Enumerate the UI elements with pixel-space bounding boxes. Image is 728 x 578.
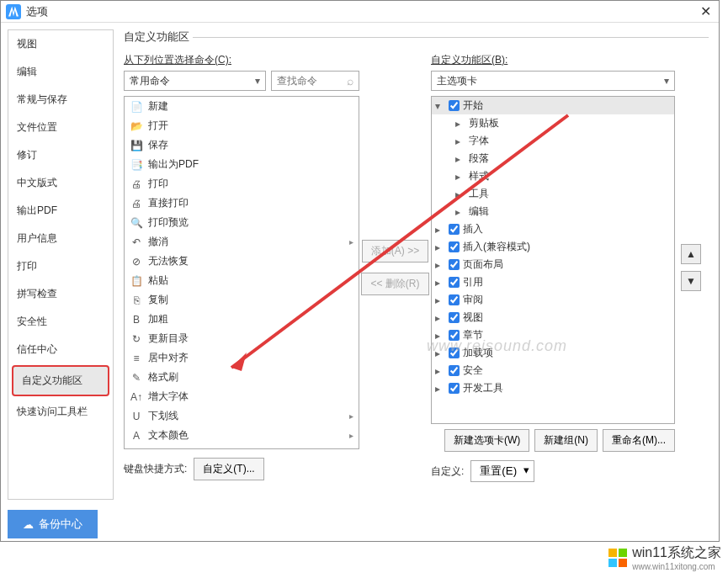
sidebar-item[interactable]: 文件位置 [8,114,113,141]
tree-tab-item[interactable]: ▸视图 [432,309,674,326]
command-item[interactable]: 🖨打印 [125,174,359,194]
expand-icon[interactable]: ▸ [455,206,465,218]
command-item[interactable]: ↶撤消▸ [125,232,359,252]
tree-tab-item[interactable]: ▸页面布局 [432,256,674,273]
tree-child-item[interactable]: ▸样式 [432,167,674,185]
tree-tab-item[interactable]: ▸章节 [432,326,674,344]
tree-tab-item[interactable]: ▸插入(兼容模式) [432,238,674,256]
tree-checkbox[interactable] [449,312,460,323]
tree-tab-item[interactable]: ▸插入 [432,220,674,238]
expand-icon[interactable]: ▸ [455,188,465,200]
expand-icon[interactable]: ▸ [435,365,445,377]
expand-icon[interactable]: ▸ [435,294,445,306]
sidebar-item[interactable]: 编辑 [8,58,113,86]
sidebar-item[interactable]: 安全性 [8,308,113,336]
tree-child-item[interactable]: ▸剪贴板 [432,114,674,132]
sidebar-item[interactable]: 自定义功能区 [12,365,109,396]
search-input[interactable] [277,75,344,87]
new-group-button[interactable]: 新建组(N) [534,429,598,452]
close-icon[interactable]: ✕ [697,3,714,20]
new-tab-button[interactable]: 新建选项卡(W) [444,429,529,452]
command-item[interactable]: ⊘无法恢复 [125,252,359,271]
tree-checkbox[interactable] [449,224,460,235]
backup-center-button[interactable]: ☁ 备份中心 [8,510,98,538]
collapse-icon[interactable]: ▾ [435,100,445,112]
command-item[interactable]: ⎘复制 [125,290,359,310]
tree-tab-item[interactable]: ▸引用 [432,273,674,291]
command-item[interactable]: 📂打开 [125,116,359,135]
command-item[interactable]: 📄新建 [125,97,359,116]
expand-icon[interactable]: ▸ [435,241,445,253]
command-item[interactable]: 🖨直接打印 [125,194,359,213]
expand-icon[interactable]: ▸ [455,171,465,183]
tree-label: 字体 [469,134,489,148]
expand-icon[interactable]: ▸ [455,153,465,165]
tree-tab-item[interactable]: ▸开发工具 [432,379,674,397]
tree-tab-item[interactable]: ▸审阅 [432,291,674,309]
command-item[interactable]: A文本颜色▸ [125,426,359,445]
sidebar-item[interactable]: 输出PDF [8,197,113,225]
add-button[interactable]: 添加(A) >> [362,240,428,262]
search-commands[interactable] [271,71,359,91]
ribbon-tree[interactable]: ▾开始▸剪贴板▸字体▸段落▸样式▸工具▸编辑▸插入▸插入(兼容模式)▸页面布局▸… [431,96,675,424]
customize-shortcuts-button[interactable]: 自定义(T)... [194,458,263,480]
command-item[interactable]: 💾另存为▸ [125,445,359,449]
tree-checkbox[interactable] [449,259,460,270]
tree-tab-item[interactable]: ▸安全 [432,362,674,379]
command-item[interactable]: ≡居中对齐 [125,348,359,368]
tree-child-item[interactable]: ▸段落 [432,150,674,167]
command-item[interactable]: 🔍打印预览 [125,213,359,232]
expand-icon[interactable]: ▸ [435,259,445,271]
reset-dropdown-button[interactable]: 重置(E) [470,460,534,482]
tree-checkbox[interactable] [449,330,460,341]
tree-checkbox[interactable] [449,347,460,358]
move-up-button[interactable]: ▲ [681,244,701,264]
tree-child-item[interactable]: ▸工具 [432,185,674,203]
expand-icon[interactable]: ▸ [435,277,445,289]
sidebar-item[interactable]: 视图 [8,30,113,58]
titlebar: 选项 ✕ [1,1,719,23]
tree-child-item[interactable]: ▸字体 [432,132,674,150]
tree-checkbox[interactable] [449,365,460,376]
command-item[interactable]: U下划线▸ [125,406,359,426]
tree-child-item[interactable]: ▸编辑 [432,203,674,220]
tree-checkbox[interactable] [449,294,460,305]
sidebar-item[interactable]: 用户信息 [8,225,113,252]
command-icon: 💾 [130,139,143,152]
expand-icon[interactable]: ▸ [435,330,445,342]
expand-icon[interactable]: ▸ [435,383,445,395]
sidebar-item[interactable]: 拼写检查 [8,280,113,308]
commands-category-dropdown[interactable]: 常用命令 [124,71,266,91]
command-item[interactable]: A↑增大字体 [125,387,359,406]
ribbon-tabs-dropdown[interactable]: 主选项卡 [431,71,675,91]
sidebar-item[interactable]: 常规与保存 [8,86,113,114]
expand-icon[interactable]: ▸ [435,224,445,236]
remove-button[interactable]: << 删除(R) [361,273,428,295]
sidebar-item[interactable]: 中文版式 [8,169,113,197]
tree-checkbox[interactable] [449,241,460,252]
tree-checkbox[interactable] [449,100,460,111]
command-label: 另存为 [148,448,178,449]
commands-list[interactable]: 📄新建📂打开💾保存📑输出为PDF🖨打印🖨直接打印🔍打印预览↶撤消▸⊘无法恢复📋粘… [124,96,359,449]
expand-icon[interactable]: ▸ [435,312,445,324]
tree-checkbox[interactable] [449,383,460,394]
command-item[interactable]: 📑输出为PDF [125,155,359,174]
expand-icon[interactable]: ▸ [435,347,445,359]
command-item[interactable]: 💾保存 [125,135,359,155]
command-item[interactable]: ↻更新目录 [125,329,359,348]
sidebar-item[interactable]: 打印 [8,252,113,280]
command-item[interactable]: 📋粘贴 [125,271,359,290]
expand-icon[interactable]: ▸ [455,118,465,130]
tree-tab-item[interactable]: ▸加载项 [432,344,674,362]
sidebar-item[interactable]: 快速访问工具栏 [8,398,113,426]
expand-icon[interactable]: ▸ [455,135,465,147]
command-icon: ⊘ [130,255,143,268]
tree-checkbox[interactable] [449,277,460,288]
rename-button[interactable]: 重命名(M)... [603,429,675,452]
tree-root-item[interactable]: ▾开始 [432,97,674,114]
sidebar-item[interactable]: 信任中心 [8,336,113,363]
command-item[interactable]: ✎格式刷 [125,368,359,387]
sidebar-item[interactable]: 修订 [8,141,113,169]
command-item[interactable]: B加粗 [125,310,359,329]
move-down-button[interactable]: ▼ [681,271,701,291]
